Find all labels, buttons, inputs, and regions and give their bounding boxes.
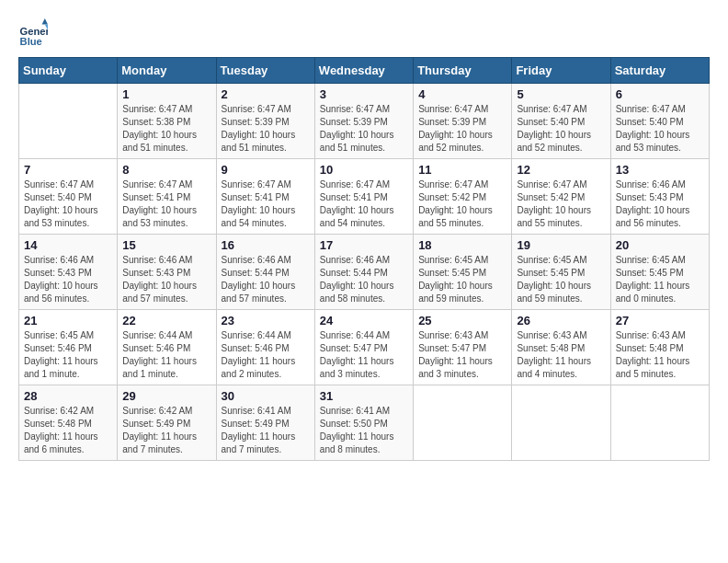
calendar-cell xyxy=(19,84,118,159)
day-detail: Sunrise: 6:41 AMSunset: 5:50 PMDaylight:… xyxy=(320,406,394,454)
weekday-header-friday: Friday xyxy=(512,58,610,84)
calendar-cell: 2 Sunrise: 6:47 AMSunset: 5:39 PMDayligh… xyxy=(216,84,314,159)
day-detail: Sunrise: 6:47 AMSunset: 5:42 PMDaylight:… xyxy=(418,179,493,228)
day-number: 19 xyxy=(517,238,605,252)
calendar-cell: 15 Sunrise: 6:46 AMSunset: 5:43 PMDaylig… xyxy=(118,235,216,310)
day-number: 15 xyxy=(122,238,210,252)
calendar-cell: 5 Sunrise: 6:47 AMSunset: 5:40 PMDayligh… xyxy=(512,84,610,159)
day-detail: Sunrise: 6:44 AMSunset: 5:46 PMDaylight:… xyxy=(122,330,197,379)
day-number: 27 xyxy=(616,314,704,327)
day-detail: Sunrise: 6:46 AMSunset: 5:44 PMDaylight:… xyxy=(222,255,296,304)
day-number: 10 xyxy=(320,163,408,177)
day-detail: Sunrise: 6:47 AMSunset: 5:40 PMDaylight:… xyxy=(24,179,98,228)
day-number: 16 xyxy=(222,238,310,252)
calendar-cell: 13 Sunrise: 6:46 AMSunset: 5:43 PMDaylig… xyxy=(610,159,709,235)
svg-text:Blue: Blue xyxy=(20,36,42,47)
day-detail: Sunrise: 6:47 AMSunset: 5:38 PMDaylight:… xyxy=(122,104,197,153)
calendar-cell: 4 Sunrise: 6:47 AMSunset: 5:39 PMDayligh… xyxy=(414,84,512,159)
day-number: 13 xyxy=(616,163,704,177)
day-detail: Sunrise: 6:46 AMSunset: 5:43 PMDaylight:… xyxy=(616,179,690,228)
day-detail: Sunrise: 6:47 AMSunset: 5:41 PMDaylight:… xyxy=(320,179,394,228)
day-detail: Sunrise: 6:43 AMSunset: 5:48 PMDaylight:… xyxy=(616,330,690,379)
day-number: 6 xyxy=(616,87,704,101)
day-number: 22 xyxy=(122,314,210,327)
day-number: 2 xyxy=(222,87,310,101)
calendar-cell: 26 Sunrise: 6:43 AMSunset: 5:48 PMDaylig… xyxy=(512,310,610,385)
calendar-cell: 27 Sunrise: 6:43 AMSunset: 5:48 PMDaylig… xyxy=(610,310,709,385)
day-detail: Sunrise: 6:47 AMSunset: 5:41 PMDaylight:… xyxy=(222,179,296,228)
day-detail: Sunrise: 6:44 AMSunset: 5:47 PMDaylight:… xyxy=(320,330,394,379)
day-number: 25 xyxy=(418,314,506,327)
calendar-cell: 28 Sunrise: 6:42 AMSunset: 5:48 PMDaylig… xyxy=(19,385,118,461)
calendar-cell: 7 Sunrise: 6:47 AMSunset: 5:40 PMDayligh… xyxy=(19,159,118,235)
weekday-header-wednesday: Wednesday xyxy=(314,58,413,84)
day-number: 18 xyxy=(418,238,506,252)
calendar-cell: 20 Sunrise: 6:45 AMSunset: 5:45 PMDaylig… xyxy=(610,235,709,310)
day-number: 29 xyxy=(122,389,210,403)
calendar-cell: 12 Sunrise: 6:47 AMSunset: 5:42 PMDaylig… xyxy=(512,159,610,235)
calendar-cell: 25 Sunrise: 6:43 AMSunset: 5:47 PMDaylig… xyxy=(414,310,512,385)
weekday-header-thursday: Thursday xyxy=(414,58,512,84)
calendar-cell: 31 Sunrise: 6:41 AMSunset: 5:50 PMDaylig… xyxy=(314,385,413,461)
day-number: 20 xyxy=(616,238,704,252)
day-detail: Sunrise: 6:45 AMSunset: 5:45 PMDaylight:… xyxy=(418,255,493,304)
day-detail: Sunrise: 6:42 AMSunset: 5:49 PMDaylight:… xyxy=(122,406,197,454)
day-detail: Sunrise: 6:46 AMSunset: 5:44 PMDaylight:… xyxy=(320,255,394,304)
day-number: 30 xyxy=(222,389,310,403)
svg-marker-2 xyxy=(42,18,48,24)
day-number: 14 xyxy=(24,238,112,252)
day-detail: Sunrise: 6:47 AMSunset: 5:40 PMDaylight:… xyxy=(616,104,690,153)
calendar-table: SundayMondayTuesdayWednesdayThursdayFrid… xyxy=(18,57,710,461)
day-detail: Sunrise: 6:45 AMSunset: 5:46 PMDaylight:… xyxy=(24,330,98,379)
day-number: 9 xyxy=(222,163,310,177)
day-number: 1 xyxy=(122,87,210,101)
weekday-header-monday: Monday xyxy=(118,58,216,84)
calendar-cell: 11 Sunrise: 6:47 AMSunset: 5:42 PMDaylig… xyxy=(414,159,512,235)
day-number: 12 xyxy=(517,163,605,177)
calendar-cell: 22 Sunrise: 6:44 AMSunset: 5:46 PMDaylig… xyxy=(118,310,216,385)
day-number: 24 xyxy=(320,314,408,327)
calendar-cell: 16 Sunrise: 6:46 AMSunset: 5:44 PMDaylig… xyxy=(216,235,314,310)
calendar-cell: 29 Sunrise: 6:42 AMSunset: 5:49 PMDaylig… xyxy=(118,385,216,461)
day-number: 21 xyxy=(24,314,112,327)
day-detail: Sunrise: 6:45 AMSunset: 5:45 PMDaylight:… xyxy=(517,255,591,304)
day-number: 31 xyxy=(320,389,408,403)
calendar-cell xyxy=(610,385,709,461)
calendar-cell: 30 Sunrise: 6:41 AMSunset: 5:49 PMDaylig… xyxy=(216,385,314,461)
calendar-cell: 18 Sunrise: 6:45 AMSunset: 5:45 PMDaylig… xyxy=(414,235,512,310)
calendar-cell: 6 Sunrise: 6:47 AMSunset: 5:40 PMDayligh… xyxy=(610,84,709,159)
day-detail: Sunrise: 6:45 AMSunset: 5:45 PMDaylight:… xyxy=(616,255,690,304)
calendar-cell xyxy=(414,385,512,461)
page-header: General Blue xyxy=(18,18,710,48)
day-number: 3 xyxy=(320,87,408,101)
calendar-cell: 23 Sunrise: 6:44 AMSunset: 5:46 PMDaylig… xyxy=(216,310,314,385)
day-detail: Sunrise: 6:47 AMSunset: 5:39 PMDaylight:… xyxy=(320,104,394,153)
day-number: 4 xyxy=(418,87,506,101)
day-detail: Sunrise: 6:41 AMSunset: 5:49 PMDaylight:… xyxy=(222,406,296,454)
day-detail: Sunrise: 6:43 AMSunset: 5:48 PMDaylight:… xyxy=(517,330,591,379)
calendar-cell: 21 Sunrise: 6:45 AMSunset: 5:46 PMDaylig… xyxy=(19,310,118,385)
logo: General Blue xyxy=(18,18,51,48)
day-detail: Sunrise: 6:47 AMSunset: 5:39 PMDaylight:… xyxy=(222,104,296,153)
weekday-header-sunday: Sunday xyxy=(19,58,118,84)
day-number: 28 xyxy=(24,389,112,403)
svg-text:General: General xyxy=(20,26,48,37)
day-detail: Sunrise: 6:43 AMSunset: 5:47 PMDaylight:… xyxy=(418,330,493,379)
calendar-cell: 19 Sunrise: 6:45 AMSunset: 5:45 PMDaylig… xyxy=(512,235,610,310)
day-detail: Sunrise: 6:47 AMSunset: 5:40 PMDaylight:… xyxy=(517,104,591,153)
calendar-cell: 1 Sunrise: 6:47 AMSunset: 5:38 PMDayligh… xyxy=(118,84,216,159)
day-detail: Sunrise: 6:46 AMSunset: 5:43 PMDaylight:… xyxy=(24,255,98,304)
day-detail: Sunrise: 6:47 AMSunset: 5:42 PMDaylight:… xyxy=(517,179,591,228)
day-detail: Sunrise: 6:47 AMSunset: 5:41 PMDaylight:… xyxy=(122,179,197,228)
calendar-cell: 10 Sunrise: 6:47 AMSunset: 5:41 PMDaylig… xyxy=(314,159,413,235)
logo-icon: General Blue xyxy=(18,18,48,48)
day-detail: Sunrise: 6:47 AMSunset: 5:39 PMDaylight:… xyxy=(418,104,493,153)
calendar-cell: 17 Sunrise: 6:46 AMSunset: 5:44 PMDaylig… xyxy=(314,235,413,310)
weekday-header-tuesday: Tuesday xyxy=(216,58,314,84)
day-number: 26 xyxy=(517,314,605,327)
calendar-cell: 24 Sunrise: 6:44 AMSunset: 5:47 PMDaylig… xyxy=(314,310,413,385)
day-detail: Sunrise: 6:44 AMSunset: 5:46 PMDaylight:… xyxy=(222,330,296,379)
weekday-header-saturday: Saturday xyxy=(610,58,709,84)
day-detail: Sunrise: 6:42 AMSunset: 5:48 PMDaylight:… xyxy=(24,406,98,454)
calendar-cell: 8 Sunrise: 6:47 AMSunset: 5:41 PMDayligh… xyxy=(118,159,216,235)
